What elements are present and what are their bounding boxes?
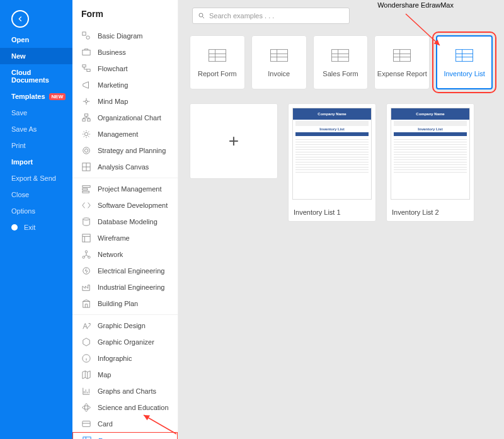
svg-rect-2 (83, 50, 90, 55)
svg-rect-17 (83, 234, 90, 242)
nav-item-close[interactable]: Close (0, 186, 72, 203)
category-database-modeling[interactable]: Database Modeling (72, 214, 178, 230)
category-electrical-engineering[interactable]: Electrical Engineering (72, 263, 178, 279)
category-flowchart[interactable]: Flowchart (72, 60, 178, 77)
form-tile-icon (391, 47, 413, 65)
elec-icon (81, 266, 91, 276)
app-root: OpenNewCloud DocumentsTemplatesNEWSaveSa… (0, 0, 504, 439)
category-graphs-and-charts[interactable]: Graphs and Charts (72, 383, 178, 399)
design-icon (81, 321, 91, 331)
category-form[interactable]: Form (72, 432, 178, 439)
category-business[interactable]: Business (72, 44, 178, 60)
nav-item-open[interactable]: Open (0, 31, 72, 48)
category-software-development[interactable]: Software Development (72, 197, 178, 214)
nav-item-save-as[interactable]: Save As (0, 121, 72, 137)
template-inventory-list-[interactable]: Company NameInventory ListInventory List… (386, 103, 474, 222)
svg-point-11 (84, 149, 88, 152)
nav-item-templates[interactable]: TemplatesNEW (0, 88, 72, 105)
card-icon (81, 419, 91, 429)
tile-invoice[interactable]: Invoice (251, 35, 307, 89)
file-menu-sidebar: OpenNewCloud DocumentsTemplatesNEWSaveSa… (0, 0, 72, 439)
svg-rect-29 (209, 50, 226, 62)
category-graphic-organizer[interactable]: Graphic Organizer (72, 334, 178, 350)
briefcase-icon (81, 47, 91, 57)
form-tile-icon (207, 47, 228, 65)
form-tile-icon (454, 47, 475, 65)
nav-item-exit[interactable]: Exit (0, 219, 72, 236)
main-content: Search examples . . . Report FormInvoice… (178, 0, 504, 439)
category-science-and-education[interactable]: Science and Education (72, 399, 178, 416)
category-wireframe[interactable]: Wireframe (72, 230, 178, 246)
category-title: Form (72, 0, 178, 25)
form-icon (82, 436, 92, 439)
category-mind-map[interactable]: Mind Map (72, 93, 178, 110)
svg-point-9 (84, 132, 88, 135)
project-icon (81, 184, 91, 194)
category-network[interactable]: Network (72, 246, 178, 263)
nav-item-save[interactable]: Save (0, 105, 72, 121)
back-button[interactable] (11, 10, 29, 28)
category-infographic[interactable]: Infographic (72, 350, 178, 367)
nav-item-print[interactable]: Print (0, 137, 72, 154)
svg-rect-3 (83, 65, 86, 67)
code-icon (81, 200, 91, 210)
nav-item-export-send[interactable]: Export & Send (0, 170, 72, 186)
svg-rect-15 (83, 191, 89, 193)
template-inventory-list-[interactable]: Company NameInventory ListInventory List… (288, 103, 376, 222)
svg-rect-26 (83, 421, 90, 427)
tile-inventory-list[interactable]: Inventory List (436, 35, 493, 89)
nav-item-new[interactable]: New (0, 48, 72, 64)
tile-report-form[interactable]: Report Form (190, 35, 245, 89)
category-strategy-and-planning[interactable]: Strategy and Planning (72, 142, 178, 159)
svg-point-25 (84, 404, 88, 411)
svg-rect-6 (84, 114, 88, 117)
shapes-icon (81, 31, 91, 41)
svg-point-16 (83, 218, 90, 220)
blank-template-card[interactable]: + (190, 103, 278, 179)
category-building-plan[interactable]: Building Plan (72, 295, 178, 312)
plus-icon: + (229, 131, 239, 151)
category-card[interactable]: Card (72, 416, 178, 432)
category-marketing[interactable]: Marketing (72, 77, 178, 93)
form-tile-icon (268, 47, 290, 65)
category-organizational-chart[interactable]: Organizational Chart (72, 110, 178, 126)
gear-icon (81, 129, 91, 139)
tile-expense-report[interactable]: Expense Report (374, 35, 430, 89)
hex-icon (81, 337, 91, 347)
svg-point-24 (83, 406, 90, 409)
svg-rect-14 (83, 188, 88, 190)
building-icon (81, 299, 91, 309)
indust-icon (81, 282, 91, 292)
atom-icon (81, 402, 91, 413)
megaphone-icon (81, 80, 91, 90)
org-icon (81, 113, 91, 123)
category-management[interactable]: Management (72, 126, 178, 142)
category-analysis-canvas[interactable]: Analysis Canvas (72, 159, 178, 175)
annotation-label: Wondershare EdrawMax (377, 1, 454, 9)
svg-point-20 (85, 251, 88, 253)
search-placeholder: Search examples . . . (209, 12, 274, 20)
nav-item-cloud-documents[interactable]: Cloud Documents (0, 64, 72, 88)
category-graphic-design[interactable]: Graphic Design (72, 317, 178, 334)
network-icon (81, 249, 91, 259)
mindmap-icon (81, 96, 91, 106)
svg-rect-31 (332, 50, 349, 62)
svg-point-5 (85, 100, 88, 103)
category-sidebar: Form Basic DiagramBusinessFlowchartMarke… (72, 0, 178, 439)
category-basic-diagram[interactable]: Basic Diagram (72, 28, 178, 44)
wire-icon (81, 233, 91, 243)
category-industrial-engineering[interactable]: Industrial Engineering (72, 279, 178, 295)
category-map[interactable]: Map (72, 367, 178, 383)
form-type-tiles: Report FormInvoiceSales FormExpense Repo… (190, 35, 493, 89)
svg-rect-4 (87, 69, 90, 72)
svg-rect-30 (270, 50, 287, 62)
nav-item-options[interactable]: Options (0, 203, 72, 219)
category-project-management[interactable]: Project Management (72, 181, 178, 197)
form-tile-icon (329, 47, 351, 65)
nav-item-import[interactable]: Import (0, 154, 72, 170)
svg-rect-0 (83, 32, 86, 35)
search-input[interactable]: Search examples . . . (192, 8, 350, 24)
tile-sales-form[interactable]: Sales Form (313, 35, 369, 89)
template-caption: Inventory List 2 (387, 203, 474, 221)
info-icon (81, 353, 91, 363)
